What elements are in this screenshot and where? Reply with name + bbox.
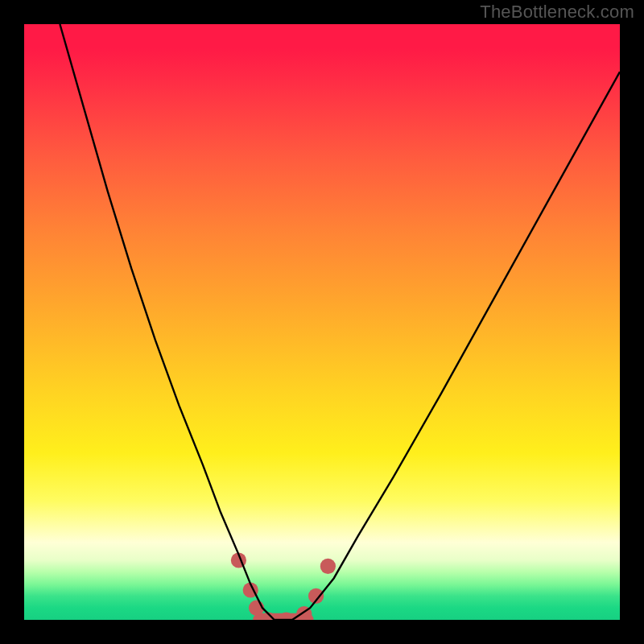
svg-point-8 bbox=[320, 559, 336, 574]
bottleneck-curve bbox=[60, 24, 620, 620]
chart-frame: TheBottleneck.com bbox=[0, 0, 644, 644]
watermark-text: TheBottleneck.com bbox=[480, 2, 634, 23]
svg-point-5 bbox=[279, 612, 294, 620]
valley-markers bbox=[231, 552, 336, 620]
chart-svg bbox=[24, 24, 620, 620]
plot-area bbox=[24, 24, 620, 620]
